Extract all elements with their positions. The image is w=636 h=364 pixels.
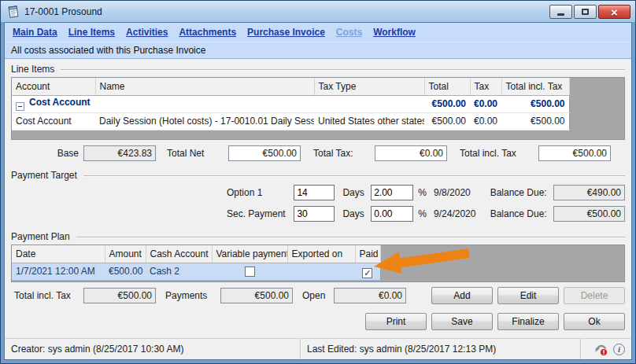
- ok-button[interactable]: Ok: [564, 313, 625, 330]
- option1-label: Option 1: [227, 187, 289, 198]
- payment-plan-grid-shell: Date Amount Cash Account Variable paymen…: [11, 245, 625, 282]
- col-account[interactable]: Account: [12, 78, 95, 95]
- delete-button[interactable]: Delete: [564, 287, 625, 304]
- option1-percent-sign: %: [418, 187, 427, 198]
- line-item-row[interactable]: Cost Account Daily Session (Hotel costs)…: [12, 112, 569, 130]
- tab-main-data[interactable]: Main Data: [13, 27, 57, 38]
- base-field: €423.83: [83, 145, 156, 161]
- total-incl-tax-field: €500.00: [538, 145, 611, 161]
- col-total-incl-tax[interactable]: Total incl. Tax: [501, 78, 569, 95]
- option1-days-input[interactable]: [294, 185, 335, 200]
- sec-percent-input[interactable]: [371, 206, 413, 222]
- collapse-group-icon[interactable]: [16, 102, 24, 111]
- group-total: €500.00: [424, 95, 470, 112]
- total-net-label: Total Net: [167, 148, 222, 159]
- invoice-totals-row: Base €423.83 Total Net €500.00 Total Tax…: [47, 145, 625, 161]
- cell-name: Daily Session (Hotel costs) - 17-0010.01…: [95, 112, 314, 130]
- variable-payment-checkbox[interactable]: [245, 267, 255, 277]
- sync-alert-icon[interactable]: [594, 343, 608, 356]
- finalize-button[interactable]: Finalize: [497, 313, 559, 330]
- payment-plan-totals-row: Total incl. Tax €500.00 Payments €500.00…: [11, 287, 625, 304]
- footer-buttons-row: Print Save Finalize Ok: [11, 313, 625, 330]
- creator-status: Creator: sys admin (8/25/2017 10:30 AM): [5, 339, 301, 359]
- col-tax[interactable]: Tax: [470, 78, 501, 95]
- col-name[interactable]: Name: [95, 78, 314, 95]
- payment-target-section-label: Payment Target: [11, 170, 77, 181]
- line-items-section-header: Line Items: [11, 64, 625, 74]
- close-button[interactable]: [598, 5, 630, 19]
- costs-panel: Line Items Account Name Tax Type Total T…: [5, 59, 631, 338]
- col-variable-payment[interactable]: Variable payment: [212, 245, 287, 263]
- sec-due-date: 9/24/2020: [434, 208, 481, 219]
- payment-plan-section-label: Payment Plan: [11, 231, 70, 242]
- tab-purchase-invoice[interactable]: Purchase Invoice: [247, 27, 325, 38]
- total-incl-tax-label: Total incl. Tax: [460, 148, 532, 159]
- minimize-icon: [557, 13, 564, 16]
- title-bar[interactable]: 17-0001 Prosound: [1, 1, 635, 22]
- add-button[interactable]: Add: [431, 287, 493, 304]
- line-items-table: Account Name Tax Type Total Tax Total in…: [12, 78, 570, 131]
- cell-total-incl-tax: €500.00: [501, 112, 569, 130]
- line-items-section-label: Line Items: [11, 64, 54, 75]
- payment-plan-section-header: Payment Plan: [11, 231, 625, 241]
- sec-payment-label: Sec. Payment: [227, 208, 289, 219]
- tab-attachments[interactable]: Attachments: [179, 27, 236, 38]
- col-tax-type[interactable]: Tax Type: [314, 78, 424, 95]
- paid-highlight-arrow-icon: [371, 239, 473, 281]
- group-total-incl-tax: €500.00: [501, 95, 569, 112]
- print-button[interactable]: Print: [365, 313, 427, 330]
- edit-button[interactable]: Edit: [497, 287, 559, 304]
- cell-tax-type: United States other states: [314, 112, 424, 130]
- payments-label: Payments: [165, 290, 214, 301]
- payments-field: €500.00: [220, 288, 293, 303]
- window-title: 17-0001 Prosound: [24, 6, 102, 17]
- section-divider: [76, 237, 625, 238]
- tab-costs[interactable]: Costs: [336, 27, 362, 38]
- col-total[interactable]: Total: [424, 78, 470, 95]
- line-items-header-row: Account Name Tax Type Total Tax Total in…: [12, 78, 569, 95]
- maximize-button[interactable]: [574, 5, 597, 19]
- line-items-group-row[interactable]: Cost Account €500.00 €0.00 €500.00: [12, 95, 569, 112]
- total-net-field: €500.00: [228, 145, 301, 161]
- tab-line-items[interactable]: Line Items: [68, 27, 115, 38]
- tab-workflow[interactable]: Workflow: [373, 27, 416, 38]
- tab-activities[interactable]: Activities: [126, 27, 168, 38]
- section-divider: [61, 69, 625, 71]
- open-label: Open: [302, 290, 331, 301]
- payment-plan-header-row: Date Amount Cash Account Variable paymen…: [12, 245, 380, 263]
- payment-plan-row[interactable]: 1/7/2021 12:00 AM €500.00 Cash 2: [12, 263, 380, 280]
- info-icon[interactable]: [613, 344, 625, 355]
- status-bar: Creator: sys admin (8/25/2017 10:30 AM) …: [5, 338, 631, 359]
- sec-percent-sign: %: [418, 208, 427, 219]
- dialog-client-area: Main Data Line Items Activities Attachme…: [4, 22, 632, 360]
- col-cash-account[interactable]: Cash Account: [146, 245, 212, 263]
- cell-cash-account: Cash 2: [146, 263, 212, 280]
- payment-option-1-row: Option 1 Days % 9/8/2020 Balance Due: €4…: [227, 184, 625, 201]
- col-date[interactable]: Date: [12, 245, 105, 263]
- line-items-grid-shell: Account Name Tax Type Total Tax Total in…: [11, 77, 625, 140]
- save-button[interactable]: Save: [431, 313, 493, 330]
- group-account-label: Cost Account: [29, 97, 91, 108]
- page-description: All costs associated with this Purchase …: [11, 45, 205, 56]
- total-tax-field: €0.00: [375, 145, 447, 161]
- group-tax: €0.00: [470, 95, 501, 112]
- balance-due-field-1: €490.00: [553, 185, 625, 200]
- paid-checkbox[interactable]: [362, 268, 372, 278]
- total-tax-label: Total Tax:: [313, 148, 367, 159]
- section-divider: [83, 175, 625, 177]
- status-icons: [581, 339, 631, 359]
- payment-plan-table: Date Amount Cash Account Variable paymen…: [12, 245, 381, 281]
- col-exported-on[interactable]: Exported on: [287, 245, 355, 263]
- minimize-button[interactable]: [549, 5, 572, 19]
- base-label: Base: [47, 148, 79, 159]
- sec-days-input[interactable]: [294, 206, 335, 222]
- cell-amount: €500.00: [105, 263, 146, 280]
- plan-total-incl-tax-field: €500.00: [83, 288, 156, 303]
- col-amount[interactable]: Amount: [105, 245, 146, 263]
- cell-account: Cost Account: [12, 112, 95, 130]
- payment-sec-row: Sec. Payment Days % 9/24/2020 Balance Du…: [227, 205, 625, 222]
- cell-total: €500.00: [424, 112, 470, 130]
- cell-exported-on: [287, 263, 355, 280]
- option1-percent-input[interactable]: [371, 185, 413, 200]
- option1-days-label: Days: [342, 187, 368, 198]
